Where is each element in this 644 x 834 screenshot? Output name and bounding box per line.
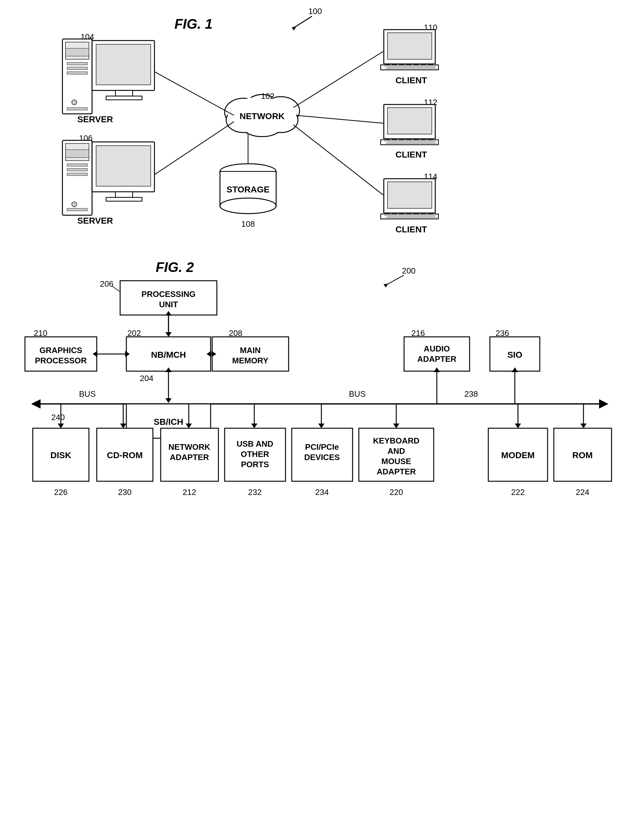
svg-marker-107 [580,423,587,428]
ref-212: 212 [183,488,196,497]
main-container: FIG. 1 100 104 SERVER 106 [0,0,644,834]
ref-236: 236 [495,328,509,338]
fig1-title: FIG. 1 [175,16,212,31]
graphics-label2: PROCESSOR [35,356,87,365]
ref-238: 238 [464,389,478,399]
svg-rect-17 [67,164,87,166]
nb-mch-label: NB/MCH [151,350,186,360]
processing-unit-label2: UNIT [159,300,178,309]
ref-108-bottom: 108 [241,219,255,229]
svg-marker-99 [393,423,400,428]
ref-240: 240 [51,413,65,422]
audio-adapter-label2: ADAPTER [417,354,456,364]
pci-devices-label2: DEVICES [304,453,340,462]
svg-rect-21 [67,208,87,211]
keyboard-mouse-label4: ADAPTER [377,467,416,476]
audio-adapter-label: AUDIO [424,344,450,353]
main-memory-label: MAIN [240,346,261,355]
ref-208: 208 [229,328,242,338]
svg-rect-18 [67,168,87,171]
ref-220: 220 [389,488,403,497]
rom-label: ROM [572,450,592,460]
svg-marker-103 [515,423,521,428]
svg-marker-97 [318,423,325,428]
sb-ich-label: SB/ICH [154,417,183,427]
server1-label: SERVER [78,115,113,124]
ref-232: 232 [248,488,262,497]
svg-point-35 [220,198,276,213]
keyboard-mouse-label: KEYBOARD [373,436,420,445]
main-memory-label2: MEMORY [232,356,268,365]
client3-label: CLIENT [395,225,427,234]
svg-line-56 [154,122,234,175]
ref-210: 210 [34,328,47,338]
network-adapter-label: NETWORK [168,442,210,452]
svg-rect-9 [67,108,87,110]
storage-label: STORAGE [227,185,270,194]
usb-ports-label: USB AND [236,439,273,448]
usb-ports-label2: OTHER [241,449,269,459]
svg-rect-23 [96,145,151,186]
ref-230: 230 [118,488,131,497]
svg-rect-11 [96,44,151,85]
svg-marker-1 [292,26,296,31]
svg-marker-91 [120,423,126,428]
svg-rect-24 [115,192,133,197]
svg-marker-89 [58,423,64,428]
svg-rect-7 [67,72,87,74]
svg-marker-62 [383,283,388,288]
svg-rect-6 [67,67,87,70]
ref-200: 200 [402,266,415,275]
keyboard-mouse-label2: AND [388,446,405,456]
svg-marker-95 [251,423,257,428]
svg-line-61 [385,275,404,285]
processing-unit-label: PROCESSING [141,289,195,299]
svg-marker-83 [31,399,40,409]
svg-rect-19 [67,173,87,176]
svg-rect-12 [115,91,133,96]
bus-label-238: BUS [349,389,366,399]
svg-line-58 [296,115,383,123]
svg-point-20 [72,202,77,207]
network-adapter-label2: ADAPTER [170,453,209,462]
svg-rect-13 [106,96,142,100]
ref-202: 202 [127,328,141,338]
ref-226: 226 [54,488,67,497]
pci-devices-label: PCI/PCIe [305,442,339,452]
ref-102: 102 [261,91,274,101]
network-label: NETWORK [239,112,285,121]
ref-206: 206 [100,279,113,288]
svg-rect-5 [67,62,87,65]
svg-rect-4 [66,48,89,56]
svg-line-55 [154,72,234,115]
svg-rect-16 [66,150,89,157]
graphics-label: GRAPHICS [39,346,82,355]
client2-label: CLIENT [395,150,427,159]
server2-label: SERVER [78,216,113,226]
svg-line-57 [293,52,383,108]
fig2-title: FIG. 2 [156,260,194,275]
ref-224: 224 [576,488,589,497]
bus-label-240: BUS [79,389,95,399]
svg-rect-36 [222,172,275,181]
client1-label: CLIENT [395,76,427,85]
cd-rom-label: CD-ROM [107,450,142,460]
svg-marker-85 [599,399,608,409]
ref-204: 204 [140,373,153,383]
svg-rect-44 [388,108,432,134]
svg-line-59 [293,125,383,195]
ref-100: 100 [308,6,322,16]
ref-216: 216 [411,328,425,338]
ref-222: 222 [511,488,524,497]
svg-rect-50 [388,182,432,208]
svg-rect-38 [388,33,432,59]
svg-marker-79 [165,398,172,403]
svg-line-64 [112,286,120,292]
disk-label: DISK [50,450,71,460]
sio-label: SIO [507,350,522,360]
ref-234: 234 [315,488,328,497]
modem-label: MODEM [501,450,534,460]
svg-rect-25 [106,197,142,201]
usb-ports-label3: PORTS [241,460,269,469]
svg-point-8 [72,100,77,105]
